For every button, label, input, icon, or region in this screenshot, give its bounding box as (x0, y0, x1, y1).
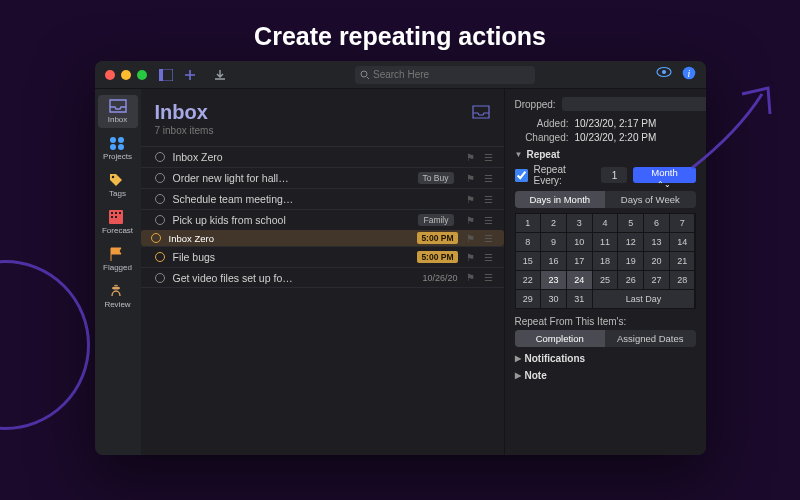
calendar-day[interactable]: 20 (644, 252, 669, 270)
sidebar-item-flagged[interactable]: Flagged (98, 243, 138, 276)
task-list: Inbox 7 inbox items Inbox Zero⚑☰Order ne… (141, 89, 504, 455)
changed-label: Changed: (515, 132, 569, 143)
calendar-day[interactable]: 12 (618, 233, 643, 251)
sidebar-item-label: Forecast (102, 226, 133, 235)
note-section-header[interactable]: ▶Note (515, 370, 696, 381)
flag-icon[interactable]: ⚑ (466, 215, 476, 226)
calendar-day[interactable]: 29 (516, 290, 541, 308)
inbox-tray-icon[interactable] (472, 105, 490, 121)
minimize-icon[interactable] (121, 70, 131, 80)
note-icon[interactable]: ☰ (484, 194, 494, 205)
calendar-day[interactable]: 23 (541, 271, 566, 289)
task-checkbox[interactable] (155, 215, 165, 225)
calendar-day[interactable]: 22 (516, 271, 541, 289)
review-icon (109, 284, 127, 298)
repeat-every-value[interactable] (601, 167, 627, 183)
note-icon[interactable]: ☰ (484, 252, 494, 263)
repeat-every-label: Repeat Every: (534, 164, 596, 186)
note-icon[interactable]: ☰ (484, 233, 494, 244)
calendar-day[interactable]: 24 (567, 271, 592, 289)
calendar-last-day[interactable]: Last Day (593, 290, 695, 308)
flag-icon[interactable]: ⚑ (466, 173, 476, 184)
flag-icon[interactable]: ⚑ (466, 233, 476, 244)
repeat-section-header[interactable]: ▼Repeat (515, 149, 696, 160)
sidebar-item-review[interactable]: Review (98, 280, 138, 313)
flag-icon[interactable]: ⚑ (466, 152, 476, 163)
search-wrap (235, 66, 656, 84)
add-icon[interactable] (181, 66, 199, 84)
notifications-section-header[interactable]: ▶Notifications (515, 353, 696, 364)
sidebar-item-inbox[interactable]: Inbox (98, 95, 138, 128)
task-row[interactable]: Order new light for hall…To Buy⚑☰ (141, 167, 504, 188)
task-row[interactable]: Get video files set up fo…10/26/20⚑☰ (141, 267, 504, 288)
seg-days-of-week[interactable]: Days of Week (605, 191, 696, 208)
calendar-day[interactable]: 19 (618, 252, 643, 270)
calendar-day[interactable]: 26 (618, 271, 643, 289)
calendar-day[interactable]: 13 (644, 233, 669, 251)
calendar-grid[interactable]: 1234567891011121314151617181920212223242… (515, 213, 696, 309)
sidebar-item-tags[interactable]: Tags (98, 169, 138, 202)
calendar-day[interactable]: 8 (516, 233, 541, 251)
calendar-day[interactable]: 15 (516, 252, 541, 270)
flag-icon[interactable]: ⚑ (466, 272, 476, 283)
repeat-every-checkbox[interactable] (515, 169, 528, 182)
svg-point-9 (110, 144, 116, 150)
task-row[interactable]: Schedule team meeting…⚑☰ (141, 188, 504, 209)
seg-assigned-dates[interactable]: Assigned Dates (605, 330, 696, 347)
inbox-icon (109, 99, 127, 113)
sidebar-item-forecast[interactable]: Forecast (98, 206, 138, 239)
download-icon[interactable] (211, 66, 229, 84)
calendar-day[interactable]: 30 (541, 290, 566, 308)
decorative-circle (0, 260, 90, 430)
view-icon[interactable] (656, 66, 672, 83)
task-row[interactable]: Pick up kids from schoolFamily⚑☰ (141, 209, 504, 230)
zoom-icon[interactable] (137, 70, 147, 80)
calendar-day[interactable]: 18 (593, 252, 618, 270)
inspector: Dropped: Added:10/23/20, 2:17 PM Changed… (504, 89, 706, 455)
calendar-day[interactable]: 1 (516, 214, 541, 232)
task-row[interactable]: Inbox Zero⚑☰ (141, 146, 504, 167)
calendar-day[interactable]: 17 (567, 252, 592, 270)
task-checkbox[interactable] (155, 152, 165, 162)
calendar-day[interactable]: 28 (670, 271, 695, 289)
calendar-day[interactable]: 16 (541, 252, 566, 270)
calendar-day[interactable]: 27 (644, 271, 669, 289)
calendar-day[interactable]: 21 (670, 252, 695, 270)
note-icon[interactable]: ☰ (484, 215, 494, 226)
repeat-from-segmented[interactable]: Completion Assigned Dates (515, 330, 696, 347)
layout-icon[interactable] (157, 66, 175, 84)
search-input[interactable] (355, 66, 535, 84)
calendar-day[interactable]: 4 (593, 214, 618, 232)
calendar-day[interactable]: 31 (567, 290, 592, 308)
repeat-mode-segmented[interactable]: Days in Month Days of Week (515, 191, 696, 208)
calendar-day[interactable]: 9 (541, 233, 566, 251)
task-row[interactable]: File bugs5:00 PM⚑☰ (141, 246, 504, 267)
calendar-day[interactable]: 11 (593, 233, 618, 251)
task-row[interactable]: Inbox Zero5:00 PM⚑☰ (141, 230, 504, 246)
calendar-day[interactable]: 5 (618, 214, 643, 232)
forecast-icon (109, 210, 127, 224)
sidebar-item-projects[interactable]: Projects (98, 132, 138, 165)
calendar-day[interactable]: 7 (670, 214, 695, 232)
note-icon[interactable]: ☰ (484, 152, 494, 163)
calendar-day[interactable]: 6 (644, 214, 669, 232)
calendar-day[interactable]: 14 (670, 233, 695, 251)
calendar-day[interactable]: 25 (593, 271, 618, 289)
flag-icon[interactable]: ⚑ (466, 194, 476, 205)
calendar-day[interactable]: 2 (541, 214, 566, 232)
calendar-day[interactable]: 3 (567, 214, 592, 232)
flag-icon[interactable]: ⚑ (466, 252, 476, 263)
calendar-day[interactable]: 10 (567, 233, 592, 251)
task-checkbox[interactable] (155, 194, 165, 204)
task-checkbox[interactable] (155, 173, 165, 183)
task-checkbox[interactable] (155, 252, 165, 262)
task-checkbox[interactable] (151, 233, 161, 243)
seg-days-in-month[interactable]: Days in Month (515, 191, 606, 208)
task-checkbox[interactable] (155, 273, 165, 283)
task-title: Pick up kids from school (173, 214, 411, 226)
seg-completion[interactable]: Completion (515, 330, 606, 347)
close-icon[interactable] (105, 70, 115, 80)
note-icon[interactable]: ☰ (484, 173, 494, 184)
traffic-lights[interactable] (105, 70, 147, 80)
note-icon[interactable]: ☰ (484, 272, 494, 283)
